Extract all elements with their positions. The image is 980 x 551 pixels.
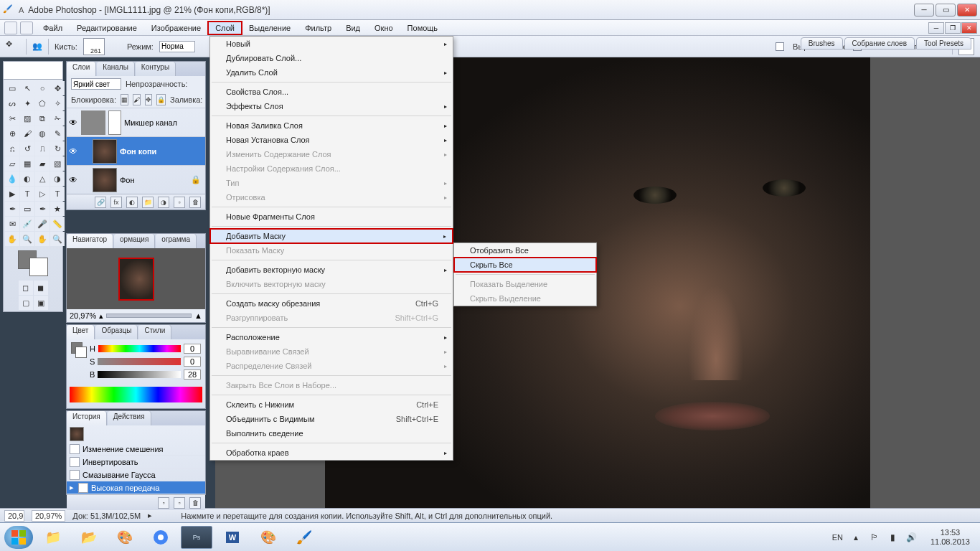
tab-navigator[interactable]: Навигатор	[67, 234, 113, 248]
color-swatches[interactable]	[4, 248, 62, 279]
word-icon[interactable]: W	[217, 526, 248, 549]
mode-select[interactable]	[159, 41, 195, 52]
tool-preset-icon[interactable]: ✥	[6, 39, 20, 54]
nav-zoom-value[interactable]: 20,97%	[70, 311, 96, 320]
zoom-slider[interactable]	[106, 314, 192, 318]
doc-minimize-button[interactable]: ─	[928, 22, 944, 34]
layer-row[interactable]: 👁 Микшер канал	[67, 108, 205, 136]
mi-new[interactable]: Новый▸	[210, 37, 453, 51]
chrome-icon[interactable]	[145, 526, 176, 549]
history-brush-tool-icon[interactable]: ↺	[20, 141, 34, 156]
sharpen-tool-icon[interactable]: △	[35, 171, 50, 186]
start-button[interactable]	[4, 526, 33, 549]
pen-add-tool-icon[interactable]: ✒	[35, 202, 50, 216]
tab-paths[interactable]: Контуры	[136, 62, 176, 76]
photoshop-task-icon[interactable]: Ps	[181, 526, 212, 549]
poly-lasso-tool-icon[interactable]: ⬠	[35, 96, 50, 110]
crop-tool-icon[interactable]: ✂	[5, 111, 19, 126]
tray-up-icon[interactable]: ▴	[850, 532, 862, 543]
layer-row[interactable]: 👁 Фон 🔒	[67, 165, 205, 194]
bg-eraser-tool-icon[interactable]: ▰	[35, 156, 50, 171]
status-arrow-icon[interactable]: ▸	[148, 511, 152, 520]
patch-tool-icon[interactable]: ◍	[35, 126, 50, 141]
history-brush-source-icon[interactable]: ▸	[70, 483, 74, 492]
move-tool-icon[interactable]: ↖	[20, 81, 34, 95]
history-row[interactable]: Смазывание Гаусса	[67, 468, 205, 481]
eye-icon[interactable]: 👁	[68, 175, 78, 185]
menu-image[interactable]: Изображение	[144, 22, 208, 34]
burn-tool-icon[interactable]: ◑	[50, 171, 65, 186]
clone-tool-icon[interactable]: ⎌	[5, 141, 19, 156]
clone-source-icon[interactable]: 👥	[32, 42, 42, 51]
mi-hide-all[interactable]: Скрыть Все	[454, 258, 596, 272]
paint-icon[interactable]: 🎨	[253, 526, 284, 549]
dodge-tool-icon[interactable]: ◐	[20, 171, 34, 186]
eye-icon[interactable]: 👁	[68, 146, 78, 156]
delete-state-icon[interactable]: 🗑	[189, 497, 201, 509]
mi-flatten[interactable]: Выполнить сведение	[210, 426, 453, 441]
volume-icon[interactable]: 🔊	[906, 532, 918, 543]
hand-tool-icon[interactable]: ✋	[5, 232, 19, 246]
brush-tool-icon[interactable]: 🖌	[20, 126, 34, 141]
navigator-view[interactable]	[67, 248, 205, 309]
zoom-alt-tool-icon[interactable]: 🔍	[50, 232, 65, 246]
history-row[interactable]: Инвертировать	[67, 456, 205, 468]
network-icon[interactable]: ▮	[887, 532, 899, 543]
mi-effects[interactable]: Эффекты Слоя▸	[210, 99, 453, 113]
quick-select-tool-icon[interactable]: ✧	[50, 96, 65, 110]
sat-slider[interactable]	[98, 358, 181, 365]
audio-notes-tool-icon[interactable]: 🎤	[35, 217, 50, 231]
mi-merge-down[interactable]: Склеить с НижнимCtrl+E	[210, 397, 453, 412]
shape-tool-icon[interactable]: ▭	[20, 202, 34, 216]
explorer-icon[interactable]: 📁	[37, 526, 69, 549]
zoom-in-icon[interactable]: ▲	[194, 311, 202, 320]
zoom-out-icon[interactable]: ▴	[99, 311, 103, 321]
mi-add-mask[interactable]: Добавить Маску▸	[210, 229, 453, 243]
explorer-folder-icon[interactable]: 📂	[73, 526, 105, 549]
tab-swatches[interactable]: Образцы	[95, 325, 138, 339]
language-indicator[interactable]: EN	[832, 533, 843, 542]
delete-layer-icon[interactable]: 🗑	[189, 197, 201, 208]
close-button[interactable]: ✕	[957, 4, 977, 17]
align-checkbox[interactable]	[776, 42, 784, 51]
measure-tool-icon[interactable]: 📏	[50, 217, 65, 231]
knife-tool-icon[interactable]: ✁	[50, 111, 65, 126]
mi-merge-visible[interactable]: Объединить с ВидимымShift+Ctrl+E	[210, 412, 453, 426]
mi-add-vector[interactable]: Добавить векторную маску▸	[210, 263, 453, 277]
custom-shape-tool-icon[interactable]: ★	[50, 202, 65, 216]
wand-tool-icon[interactable]: ✦	[20, 96, 34, 110]
history-snapshot-thumb[interactable]	[70, 427, 84, 441]
menu-window[interactable]: Окно	[367, 22, 400, 34]
lock-transparency-icon[interactable]: ▦	[121, 94, 128, 105]
bg-swatch[interactable]	[75, 347, 87, 358]
zoom-small[interactable]: 20,9	[4, 510, 24, 522]
type-tool-icon[interactable]: T	[20, 187, 34, 201]
doc-restore-button[interactable]: ❐	[945, 22, 961, 34]
menu-file[interactable]: Файл	[36, 22, 70, 34]
clock[interactable]: 13:53 11.08.2013	[925, 528, 976, 547]
new-layer-icon[interactable]: ▫	[174, 197, 185, 208]
doc-close-button[interactable]: ✕	[961, 22, 977, 34]
hand-alt-tool-icon[interactable]: ✋	[35, 232, 50, 246]
gradient-tool-icon[interactable]: ▦	[20, 156, 34, 171]
mi-arrange[interactable]: Расположение▸	[210, 330, 453, 344]
menu-edit[interactable]: Редактирование	[70, 22, 144, 34]
tab-styles[interactable]: Стили	[138, 325, 171, 339]
mi-reveal-all[interactable]: Отобразить Все	[454, 243, 596, 258]
zoom-tool-icon[interactable]: 🔍	[20, 232, 34, 246]
tab-color[interactable]: Цвет	[67, 325, 95, 339]
hue-value[interactable]: 0	[184, 344, 201, 354]
new-doc-from-state-icon[interactable]: ▫	[174, 497, 185, 509]
lock-pixels-icon[interactable]: 🖌	[133, 94, 141, 105]
hue-slider[interactable]	[98, 345, 181, 352]
mi-new-fill[interactable]: Новая Заливка Слоя▸	[210, 118, 453, 133]
minimize-button[interactable]: ─	[914, 4, 934, 17]
tab-tool-presets[interactable]: Tool Presets	[916, 37, 971, 50]
flag-icon[interactable]: 🏳	[869, 532, 880, 543]
tab-history[interactable]: История	[67, 411, 107, 425]
heal-tool-icon[interactable]: ⊕	[5, 126, 19, 141]
menu-view[interactable]: Вид	[339, 22, 367, 34]
menu-help[interactable]: Помощь	[400, 22, 446, 34]
pen-tool-icon[interactable]: ✒	[5, 202, 19, 216]
screen-mode-2-icon[interactable]: ▣	[34, 296, 48, 310]
